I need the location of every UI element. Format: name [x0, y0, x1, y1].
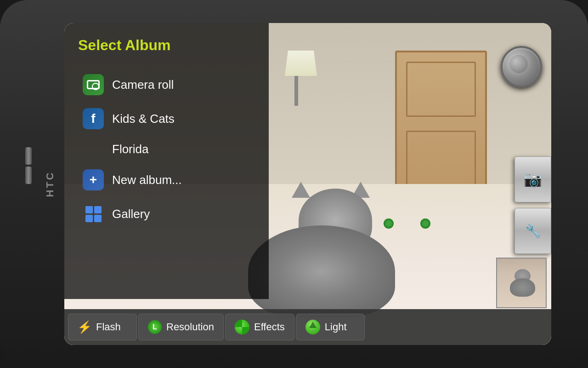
album-item-label-florida: Florida — [112, 142, 148, 156]
volume-buttons — [25, 147, 32, 184]
shutter-button[interactable] — [501, 46, 542, 87]
album-item-label-new-album: New album... — [112, 173, 182, 187]
cat-eye-right — [420, 218, 430, 229]
flash-icon: ⚡ — [78, 320, 91, 334]
effects-button-label: Effects — [254, 321, 285, 333]
new-album-icon: + — [83, 169, 104, 190]
flash-button-label: Flash — [96, 321, 121, 333]
flash-button[interactable]: ⚡ Flash — [68, 314, 137, 340]
volume-down-button[interactable] — [25, 167, 32, 184]
thumbnail-inner — [497, 259, 546, 307]
camera-side-icon: 📷 — [524, 171, 542, 188]
light-button[interactable]: Light — [296, 314, 365, 340]
album-item-camera-roll[interactable]: Camera roll — [78, 68, 255, 102]
album-item-label-gallery: Gallery — [112, 207, 150, 221]
volume-up-button[interactable] — [25, 147, 32, 165]
thumbnail-cat-body — [510, 278, 535, 297]
brand-label: HTC — [44, 171, 56, 197]
light-icon — [305, 320, 320, 334]
cat-ear-left — [292, 182, 310, 198]
gallery-tile-1 — [85, 206, 93, 213]
photo-thumbnail[interactable] — [496, 258, 547, 308]
effects-button[interactable]: Effects — [225, 314, 294, 340]
thumbnail-cat — [505, 269, 537, 297]
facebook-icon: f — [83, 108, 104, 129]
lamp — [285, 51, 308, 106]
zoom-side-button[interactable]: 🔧 — [514, 208, 551, 254]
album-item-florida[interactable]: Florida — [78, 136, 255, 163]
camera-side-button[interactable]: 📷 — [514, 156, 551, 202]
flash-lightning-icon: ⚡ — [77, 320, 92, 334]
resolution-icon: L — [148, 320, 162, 334]
side-buttons: 📷 🔧 — [514, 156, 551, 254]
resolution-button-label: Resolution — [166, 321, 214, 333]
gallery-icon — [83, 203, 104, 224]
effects-icon — [235, 320, 249, 334]
gallery-tile-2 — [94, 206, 102, 213]
phone-body: HTC — [0, 0, 588, 368]
gallery-tile-3 — [85, 215, 93, 222]
album-item-label-camera-roll: Camera roll — [112, 78, 174, 92]
camera-roll-icon-inner — [87, 80, 100, 89]
album-item-gallery[interactable]: Gallery — [78, 197, 255, 231]
cat-body-shape — [248, 225, 395, 317]
light-button-label: Light — [325, 321, 347, 333]
bottom-toolbar: ⚡ Flash L Resolution Effects Light — [64, 309, 551, 345]
zoom-side-icon: 🔧 — [525, 224, 541, 239]
album-menu-title: Select Album — [78, 37, 255, 54]
resolution-button[interactable]: L Resolution — [138, 314, 224, 340]
plus-icon: + — [90, 172, 97, 187]
camera-roll-icon — [83, 74, 104, 95]
album-menu-overlay: Select Album Camera roll f Kids & Cats F… — [64, 23, 269, 299]
lamp-shade — [285, 51, 317, 76]
lamp-base — [294, 76, 298, 106]
album-item-kids-cats[interactable]: f Kids & Cats — [78, 102, 255, 136]
camera-screen: Select Album Camera roll f Kids & Cats F… — [64, 23, 551, 345]
door-panel-top — [406, 62, 476, 117]
album-item-new-album[interactable]: + New album... — [78, 163, 255, 197]
album-item-label-kids-cats: Kids & Cats — [112, 112, 175, 126]
gallery-tile-4 — [94, 215, 102, 222]
cat-eye-left — [384, 218, 394, 229]
